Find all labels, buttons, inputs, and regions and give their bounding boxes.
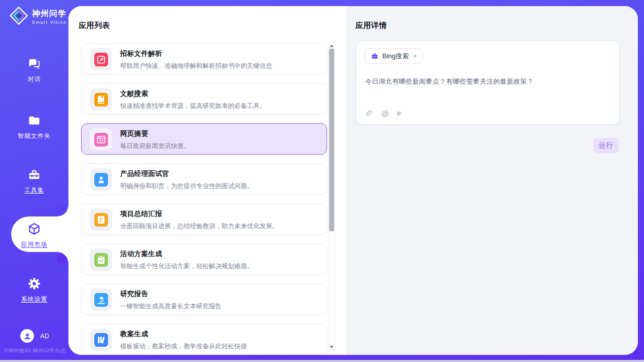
app-icon-tile (90, 329, 112, 351)
app-description: 模板驱动，教案秒成，教学准备从此轻松快捷 (120, 342, 320, 351)
sidebar-item-smart-folders[interactable]: 智能文件夹 (0, 114, 68, 140)
app-name: 网页摘要 (120, 129, 320, 138)
app-list-panel: 应用列表 招标文件解析 帮助用户快速、准确地理解和解析招标书中的关键信息 文献搜… (68, 6, 346, 355)
app-card[interactable]: 招标文件解析 帮助用户快速、准确地理解和解析招标书中的关键信息 (81, 43, 327, 75)
app-description: 每日政府新闻资讯快查。 (120, 142, 320, 151)
app-card[interactable]: 网页摘要 每日政府新闻资讯快查。 (81, 123, 327, 155)
brand-subtitle: Smart Vision (32, 20, 67, 25)
app-description: 快速精准查找学术资源，提高研究效率的必备工具。 (120, 102, 320, 111)
app-detail-title: 应用详情 (355, 21, 387, 30)
app-list-title: 应用列表 (79, 21, 110, 30)
scrollbar-thumb[interactable] (329, 49, 334, 231)
sidebar-item-label: 系统设置 (0, 295, 68, 304)
prompt-text[interactable]: 今日湖北有哪些新闻要点？有哪些需要关注的最新政策？ (365, 77, 611, 86)
main-content: 应用列表 招标文件解析 帮助用户快速、准确地理解和解析招标书中的关键信息 文献搜… (68, 6, 638, 355)
folder-icon (27, 114, 41, 127)
app-description: 一键智能生成高质量长文本研究报告 (120, 302, 320, 311)
app-name: 文献搜索 (120, 89, 320, 98)
app-list-scrollbar[interactable] (328, 42, 335, 351)
app-window: 神州问学 Smart Vision 对话 智能文件夹 (0, 0, 644, 362)
brand-name: 神州问学 (32, 9, 66, 18)
app-name: 项目总结汇报 (120, 209, 320, 219)
app-name: 活动方案生成 (120, 249, 320, 259)
app-name: 产品经理面试官 (120, 169, 320, 178)
window-bottom-edge (0, 360, 644, 362)
app-description: 帮助用户快速、准确地理解和解析招标书中的关键信息 (120, 62, 320, 70)
app-card[interactable]: 研究报告 一键智能生成高质量长文本研究报告 (81, 283, 327, 315)
web-code-icon (94, 133, 108, 147)
app-name: 招标文件解析 (120, 49, 320, 58)
user-account[interactable]: AD (20, 329, 49, 343)
toolbox-icon (27, 168, 41, 182)
app-icon-tile (90, 88, 112, 111)
paperclip-icon[interactable] (365, 109, 374, 118)
pill-notch-bottom (57, 252, 68, 263)
app-icon-tile (90, 128, 112, 151)
sidebar-item-label: 工具集 (0, 186, 68, 195)
app-description: 明确身份和职责，为您提供专业性的面试问题。 (120, 182, 320, 191)
book-icon (94, 93, 108, 106)
sidebar-item-label: 智能文件夹 (0, 132, 68, 140)
microscope-icon (94, 293, 108, 307)
sidebar-footer-credit: ©神州数码·神州问学出品 (4, 347, 68, 354)
app-description: 智能生成个性化活动方案，轻松解决规划难题。 (120, 262, 320, 271)
sidebar-item-label: 对话 (0, 75, 68, 84)
app-list: 招标文件解析 帮助用户快速、准确地理解和解析招标书中的关键信息 文献搜索 快速精… (81, 43, 327, 355)
sidebar-item-app-market[interactable]: 应用市场 (0, 222, 68, 249)
user-name: AD (40, 332, 49, 340)
chip-close-icon[interactable]: × (412, 53, 417, 60)
cube-icon (27, 222, 41, 236)
app-icon-tile (90, 48, 112, 70)
gear-icon (27, 277, 41, 291)
briefcase-icon (371, 52, 379, 60)
hash-icon[interactable]: # (397, 110, 401, 117)
person-icon (94, 173, 108, 187)
clipboard-check-icon (94, 253, 108, 267)
sidebar-item-chat[interactable]: 对话 (0, 57, 68, 84)
tool-chip-bing-search[interactable]: Bing搜索 × (365, 48, 423, 64)
app-icon-tile (90, 208, 112, 231)
app-card[interactable]: 项目总结汇报 全面回顾项目进展，总结经验教训，助力未来优化发展。 (81, 203, 327, 235)
app-card[interactable]: 活动方案生成 智能生成个性化活动方案，轻松解决规划难题。 (81, 243, 327, 275)
at-icon[interactable]: @ (381, 110, 389, 117)
tool-chip-label: Bing搜索 (382, 52, 409, 61)
app-card[interactable]: 文献搜索 快速精准查找学术资源，提高研究效率的必备工具。 (81, 83, 327, 115)
app-icon-tile (90, 168, 112, 191)
edit-pen-icon (94, 53, 108, 66)
run-button[interactable]: 运行 (593, 138, 619, 153)
memo-icon (94, 213, 108, 227)
app-icon-tile (90, 248, 112, 271)
scroll-down-icon[interactable] (329, 344, 335, 350)
brand-logo: 神州问学 Smart Vision (9, 6, 67, 27)
attach-toolbar: @ # (365, 109, 401, 118)
sidebar-item-label: 应用市场 (0, 240, 68, 249)
app-description: 全面回顾项目进展，总结经验教训，助力未来优化发展。 (120, 222, 320, 231)
gem-diamond-icon (9, 6, 28, 27)
prompt-input-card[interactable]: Bing搜索 × 今日湖北有哪些新闻要点？有哪些需要关注的最新政策？ @ # (356, 41, 620, 125)
books-icon (94, 333, 108, 347)
sidebar-item-toolset[interactable]: 工具集 (0, 168, 68, 195)
app-detail-panel: 应用详情 Bing搜索 × 今日湖北有哪些新闻要点？有哪些需要关注的最新政策？ (346, 6, 638, 355)
app-card[interactable]: 产品经理面试官 明确身份和职责，为您提供专业性的面试问题。 (81, 163, 327, 195)
pill-notch-top (57, 205, 68, 216)
sidebar-item-settings[interactable]: 系统设置 (0, 277, 68, 304)
app-name: 教案生成 (120, 330, 320, 339)
chat-icon (27, 57, 41, 70)
app-icon-tile (90, 288, 112, 311)
app-name: 研究报告 (120, 289, 320, 299)
person-avatar-icon (20, 329, 34, 343)
sidebar: 神州问学 Smart Vision 对话 智能文件夹 (0, 0, 68, 362)
app-card[interactable]: 教案生成 模板驱动，教案秒成，教学准备从此轻松快捷 (81, 323, 327, 355)
